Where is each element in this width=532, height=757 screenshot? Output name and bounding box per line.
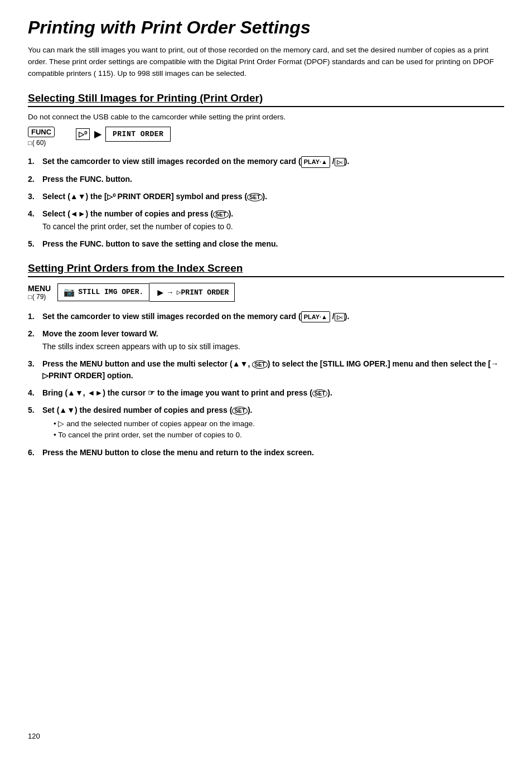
intro-paragraph: You can mark the still images you want t… (28, 45, 504, 80)
step-item: 3. Select (▲▼) the [▷⁰ PRINT ORDER] symb… (28, 191, 504, 202)
print-icon-box: ▷⁰ (76, 128, 90, 140)
step-item: 6. Press the MENU button to close the me… (28, 447, 504, 459)
step-item: 2. Move the zoom lever toward W. The sti… (28, 328, 504, 353)
step5-bullets: ▷ and the selected number of copies appe… (54, 418, 504, 441)
page-title: Printing with Print Order Settings (28, 17, 504, 38)
menu-badge: MENU (28, 284, 51, 293)
step-item: 4. Bring (▲▼, ◄►) the cursor ☞ to the im… (28, 387, 504, 399)
section1-heading: Selecting Still Images for Printing (Pri… (28, 92, 504, 107)
menu-ref: □( 79) (28, 293, 51, 301)
step-item: 1. Set the camcorder to view still image… (28, 156, 504, 168)
step-item: 4. Select (◄►) the number of copies and … (28, 208, 504, 233)
play-badge: PLAY·▲ (301, 156, 330, 168)
bullet-item: To cancel the print order, set the numbe… (54, 430, 504, 441)
section1-subtitle: Do not connect the USB cable to the camc… (28, 113, 504, 121)
arrow-icon: ▶ (94, 129, 101, 139)
func-badge: FUNC (28, 127, 55, 137)
step-item: 2. Press the FUNC. button. (28, 173, 504, 185)
func-command-row: FUNC □( 60) ▷⁰ ▶ PRINT ORDER (28, 127, 504, 147)
section2-steps: 1. Set the camcorder to view still image… (28, 311, 504, 459)
step-item: 5. Press the FUNC. button to save the se… (28, 238, 504, 250)
still-img-oper-command: 📷 STILL IMG OPER. (57, 283, 149, 301)
play-badge2: PLAY·▲ (301, 311, 330, 323)
section2-heading: Setting Print Orders from the Index Scre… (28, 262, 504, 277)
print-order-command2: ▶ → ▷PRINT ORDER (149, 283, 235, 302)
bullet-item: ▷ and the selected number of copies appe… (54, 418, 504, 430)
print-order-command: PRINT ORDER (105, 127, 171, 142)
menu-command-row: MENU □( 79) 📷 STILL IMG OPER. ▶ → ▷PRINT… (28, 283, 504, 302)
section1-steps: 1. Set the camcorder to view still image… (28, 156, 504, 250)
step-item: 3. Press the MENU button and use the mul… (28, 358, 504, 382)
step-item: 5. Set (▲▼) the desired number of copies… (28, 404, 504, 441)
step-item: 1. Set the camcorder to view still image… (28, 311, 504, 323)
func-ref: □( 60) (28, 139, 46, 147)
page-number: 120 (28, 732, 40, 740)
